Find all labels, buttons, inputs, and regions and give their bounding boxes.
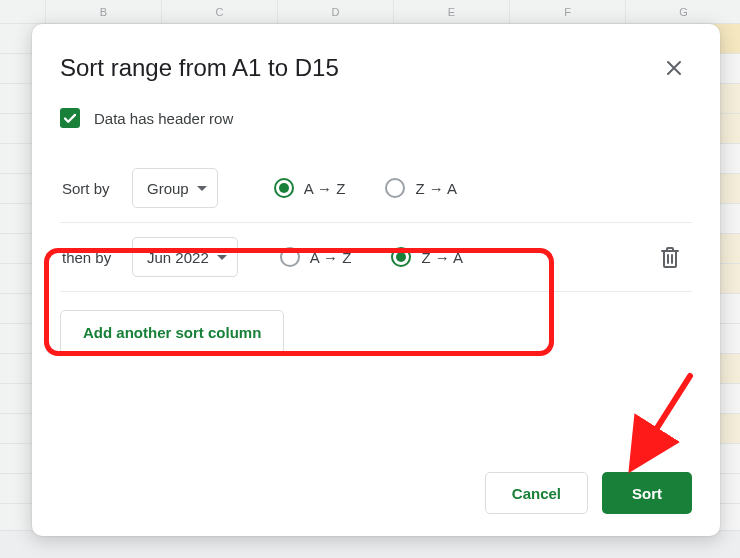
header-row-checkbox[interactable] xyxy=(60,108,80,128)
chevron-down-icon xyxy=(197,186,207,191)
chevron-down-icon xyxy=(217,255,227,260)
sort-range-dialog: Sort range from A1 to D15 Data has heade… xyxy=(32,24,720,536)
close-button[interactable] xyxy=(656,50,692,86)
cancel-button[interactable]: Cancel xyxy=(485,472,588,514)
sort-rule-1-az-radio[interactable]: A → Z xyxy=(274,178,346,198)
sort-rule-2-column-picker[interactable]: Jun 2022 xyxy=(132,237,238,277)
sort-rule-1-az-label: A → Z xyxy=(304,180,346,197)
check-icon xyxy=(63,111,77,125)
radio-ring-icon xyxy=(274,178,294,198)
trash-icon xyxy=(660,246,680,268)
sort-rule-2-za-label: Z → A xyxy=(421,249,463,266)
add-sort-column-button[interactable]: Add another sort column xyxy=(60,310,284,354)
radio-ring-icon xyxy=(280,247,300,267)
sort-rule-1-za-label: Z → A xyxy=(415,180,457,197)
sort-button[interactable]: Sort xyxy=(602,472,692,514)
sort-rule-2-za-radio[interactable]: Z → A xyxy=(391,247,463,267)
sort-rule-2-az-radio[interactable]: A → Z xyxy=(280,247,352,267)
header-row-checkbox-label: Data has header row xyxy=(94,110,233,127)
cancel-button-label: Cancel xyxy=(512,485,561,502)
radio-ring-icon xyxy=(391,247,411,267)
sort-rule-2-column-value: Jun 2022 xyxy=(147,249,209,266)
sort-button-label: Sort xyxy=(632,485,662,502)
dialog-title: Sort range from A1 to D15 xyxy=(60,54,339,82)
sort-rule-1-column-picker[interactable]: Group xyxy=(132,168,218,208)
delete-rule-button[interactable] xyxy=(650,237,690,277)
sort-rule-2-lead: then by xyxy=(62,249,132,266)
sort-rule-1-column-value: Group xyxy=(147,180,189,197)
sort-rule-1-za-radio[interactable]: Z → A xyxy=(385,178,457,198)
radio-ring-icon xyxy=(385,178,405,198)
add-sort-column-label: Add another sort column xyxy=(83,324,261,341)
sort-rule-2: then by Jun 2022 A → Z Z → A xyxy=(60,222,692,291)
sort-rule-1-lead: Sort by xyxy=(62,180,132,197)
sort-rule-1: Sort by Group A → Z Z → A xyxy=(60,154,692,222)
sort-rule-2-az-label: A → Z xyxy=(310,249,352,266)
close-icon xyxy=(666,60,682,76)
